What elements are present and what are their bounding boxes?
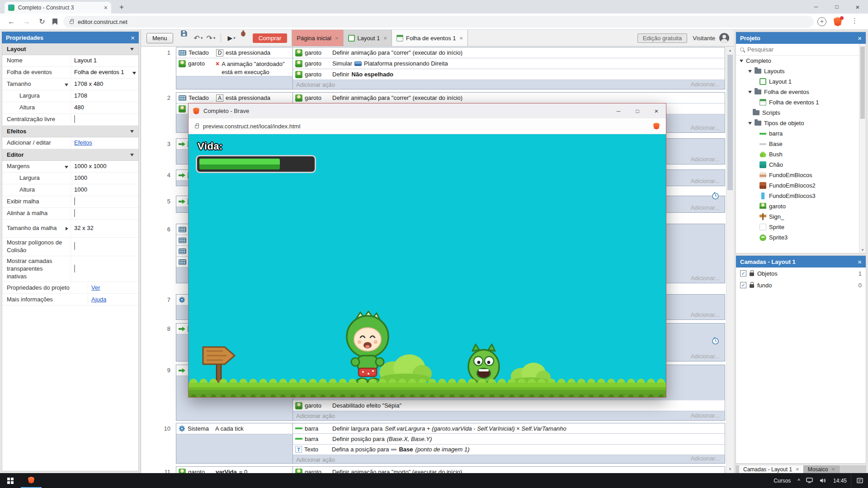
action-row[interactable]: garoto Simular Plataforma pressionando D… [293, 58, 725, 69]
tab-close-icon[interactable]: × [335, 35, 339, 42]
expand-icon[interactable] [65, 84, 68, 86]
scroll-down-icon[interactable]: ▼ [859, 248, 866, 252]
prop-value[interactable]: 1000 [71, 173, 138, 183]
tab-close-icon[interactable]: × [104, 4, 108, 11]
action-row[interactable]: garoto Definir Não espelhado [293, 69, 725, 80]
condition-row[interactable]: garoto × A animação "atordoado"está em e… [176, 58, 292, 76]
debug-icon[interactable] [240, 30, 246, 37]
tree-item-bush[interactable]: Bush [736, 149, 866, 160]
tree-folder-scripts[interactable]: Scripts [736, 108, 866, 118]
collapse-icon[interactable] [748, 91, 752, 94]
tray-expand-icon[interactable]: ^ [795, 478, 803, 484]
collapse-icon[interactable] [748, 122, 752, 125]
add-link[interactable]: Adicionar... [691, 353, 720, 360]
tree-item-sprite3[interactable]: Sprite3 [736, 232, 866, 243]
collapse-icon[interactable] [130, 48, 134, 51]
address-bar[interactable]: editor.construct.net [63, 16, 814, 28]
event-11[interactable]: 11 garoto varVida = 0 garoto Definir ani… [141, 466, 726, 473]
add-link[interactable]: Adicionar... [691, 81, 720, 88]
tree-item-folha-de-eventos-1[interactable]: Folha de eventos 1 [736, 97, 866, 108]
tab-layout-1[interactable]: Layout 1 × [344, 30, 392, 46]
redo-button[interactable]: ↷ [206, 34, 212, 42]
tree-item-completo[interactable]: Completo [736, 56, 866, 66]
taskbar-cursos-label[interactable]: Cursos [769, 478, 795, 484]
tab-folha-de-eventos-1[interactable]: Folha de eventos 1 × [392, 30, 468, 46]
action-row[interactable]: garoto Desabilitado efeito "Sépia" [293, 400, 725, 411]
prop-value[interactable]: 1708 x 480 [71, 79, 138, 89]
preview-address-bar[interactable]: preview.construct.net/local/index.html [189, 118, 666, 134]
panel-close-icon[interactable]: × [131, 34, 135, 42]
save-icon[interactable] [180, 30, 188, 37]
redo-caret-icon[interactable]: ▾ [213, 36, 216, 40]
taskbar-brave-icon[interactable] [21, 473, 42, 488]
forward-button[interactable]: → [21, 16, 33, 27]
layer-row-fundo[interactable]: ✓ fundo 0 [736, 279, 866, 291]
prop-value[interactable]: 1000 [71, 185, 138, 195]
tree-item-fundoemblocos2[interactable]: FundoEmBlocos2 [736, 180, 866, 191]
condition-row[interactable]: Teclado D está pressionada [176, 47, 292, 58]
tree-item-garoto[interactable]: garoto [736, 201, 866, 211]
taskbar-clock[interactable]: 14:45 [829, 478, 851, 484]
tab-close-icon[interactable]: × [460, 35, 463, 42]
checkbox[interactable] [74, 209, 75, 217]
preview-titlebar[interactable]: Completo - Brave ─ □ × [189, 103, 666, 118]
undo-button[interactable]: ↶ [194, 34, 200, 42]
browser-tab[interactable]: Completo - Construct 3 × [5, 2, 111, 14]
action-row[interactable]: garoto Definir animação para "morto" (ex… [293, 467, 725, 473]
scroll-down-icon[interactable]: ▼ [726, 465, 734, 473]
user-avatar-icon[interactable] [719, 33, 729, 43]
scroll-up-icon[interactable]: ▲ [726, 47, 734, 54]
comprar-button[interactable]: Comprar [253, 33, 288, 43]
bookmark-icon[interactable] [52, 19, 57, 25]
rewards-icon[interactable]: + [817, 17, 826, 26]
checkbox[interactable] [74, 265, 75, 272]
collapse-icon[interactable] [740, 60, 743, 62]
checkbox[interactable] [74, 242, 75, 250]
checkbox[interactable] [74, 115, 75, 123]
ajuda-link[interactable]: Ajuda [91, 296, 106, 303]
add-link[interactable]: Adicionar... [691, 178, 720, 184]
back-button[interactable]: ← [5, 16, 17, 27]
menu-button[interactable]: Menu [146, 33, 173, 43]
lock-icon[interactable] [750, 272, 754, 276]
window-minimize-button[interactable]: ─ [806, 0, 826, 14]
brave-shield-icon[interactable] [653, 123, 660, 130]
preview-window[interactable]: Completo - Brave ─ □ × preview.construct… [188, 103, 666, 398]
tree-folder-layouts[interactable]: Layouts [736, 66, 866, 76]
tree-item-fundoemblocos3[interactable]: FundoEmBlocos3 [736, 191, 866, 201]
preview-url[interactable]: preview.construct.net/local/index.html [203, 123, 300, 130]
action-row[interactable]: T Texto Defina a posição para Base (pont… [293, 445, 725, 455]
scrollbar-thumb[interactable] [860, 47, 865, 119]
play-caret-icon[interactable]: ▾ [233, 36, 236, 40]
prop-value[interactable]: 32 x 32 [71, 223, 138, 234]
layer-visible-checkbox[interactable]: ✓ [740, 282, 746, 288]
prop-dropdown[interactable]: Folha de eventos 1 [71, 67, 138, 78]
tab-close-icon[interactable]: × [383, 35, 387, 42]
condition-row[interactable]: Sistema A cada tick [176, 423, 292, 434]
section-editor[interactable]: Editor [2, 149, 138, 161]
preview-maximize-button[interactable]: □ [628, 103, 647, 118]
notification-icon[interactable] [851, 473, 868, 488]
window-close-button[interactable]: × [847, 0, 868, 14]
project-search-input[interactable] [747, 46, 862, 53]
start-button[interactable] [0, 473, 21, 488]
tab-close-icon[interactable]: × [796, 466, 799, 473]
expand-icon[interactable] [65, 166, 68, 169]
prop-value[interactable]: Layout 1 [71, 56, 138, 66]
new-tab-button[interactable]: + [116, 2, 127, 12]
event-sheet-scrollbar[interactable]: ▲ ▼ [726, 47, 734, 473]
tab-close-icon[interactable]: × [831, 466, 835, 473]
collapse-icon[interactable] [748, 70, 752, 73]
tree-item-base[interactable]: Base [736, 139, 866, 149]
condition-row[interactable]: garoto varVida = 0 [176, 467, 292, 473]
play-button[interactable]: ▶ [227, 34, 232, 42]
tree-item-sign[interactable]: Sign_ [736, 211, 866, 222]
tree-item-chao[interactable]: Chão [736, 160, 866, 170]
add-link[interactable]: Adicionar... [691, 204, 720, 211]
layer-visible-checkbox[interactable]: ✓ [740, 270, 746, 277]
browser-menu-icon[interactable]: ⋮ [851, 17, 858, 25]
efeitos-link[interactable]: Efeitos [74, 139, 92, 146]
event-10[interactable]: 10 Sistema A cada tick barra Definir lar… [141, 423, 726, 464]
ver-link[interactable]: Ver [91, 284, 100, 291]
action-row[interactable]: barra Definir posição para (Base.X, Base… [293, 434, 725, 444]
